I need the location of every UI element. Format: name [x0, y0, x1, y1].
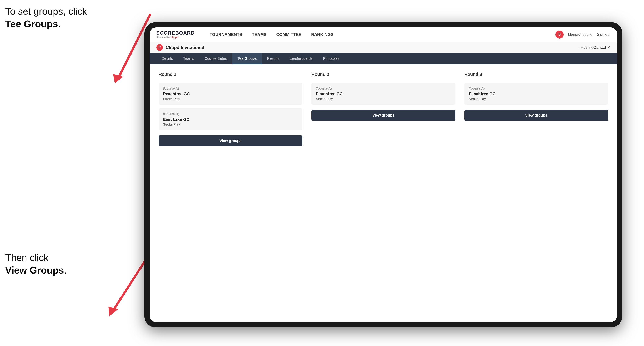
logo-scoreboard: SCOREBOARD: [156, 30, 195, 36]
cancel-button[interactable]: Cancel ✕: [593, 45, 610, 50]
round-2-course-a-label: (Course A): [316, 87, 451, 90]
tab-printables[interactable]: Printables: [318, 53, 345, 64]
svg-marker-3: [108, 307, 118, 316]
round-1-column: Round 1 (Course A) Peachtree GC Stroke P…: [158, 72, 302, 146]
instruction-top: To set groups, click Tee Groups.: [5, 5, 87, 30]
sub-tabs: Details Teams Course Setup Tee Groups Re…: [150, 53, 617, 64]
rounds-grid: Round 1 (Course A) Peachtree GC Stroke P…: [158, 72, 608, 146]
tab-course-setup[interactable]: Course Setup: [199, 53, 232, 64]
round-3-course-a-card: (Course A) Peachtree GC Stroke Play: [464, 83, 608, 105]
round-1-view-groups-button[interactable]: View groups: [158, 135, 302, 146]
round-1-course-a-label: (Course A): [163, 87, 298, 90]
tab-details[interactable]: Details: [156, 53, 178, 64]
round-3-view-groups-button[interactable]: View groups: [464, 110, 608, 121]
period-top: .: [58, 18, 60, 29]
view-groups-label: View Groups: [5, 265, 64, 276]
svg-marker-1: [113, 74, 123, 83]
round-3-course-a-label: (Course A): [469, 87, 604, 90]
tablet-screen: SCOREBOARD Powered by clippit TOURNAMENT…: [150, 27, 617, 322]
tab-results[interactable]: Results: [262, 53, 285, 64]
tee-groups-label: Tee Groups: [5, 18, 58, 29]
tournament-bar: C Clippd Invitational · Hosting Cancel ✕: [150, 42, 617, 53]
round-2-course-a-format: Stroke Play: [316, 97, 451, 101]
round-1-course-b-card: (Course B) East Lake GC Stroke Play: [158, 108, 302, 130]
round-3-course-a-format: Stroke Play: [469, 97, 604, 101]
instruction-top-line1: To set groups, click: [5, 6, 87, 17]
nav-tournaments[interactable]: TOURNAMENTS: [210, 32, 242, 37]
nav-right: B blair@clippd.io Sign out: [556, 30, 610, 39]
user-email: blair@clippd.io: [568, 32, 592, 37]
instruction-bottom: Then click View Groups.: [5, 251, 66, 276]
tournament-name: Clippd Invitational: [166, 45, 577, 50]
user-avatar: B: [556, 30, 564, 39]
round-1-course-a-format: Stroke Play: [163, 97, 298, 101]
tournament-hosting: · Hosting: [578, 45, 593, 50]
nav-links: TOURNAMENTS TEAMS COMMITTEE RANKINGS: [210, 32, 544, 37]
nav-committee[interactable]: COMMITTEE: [276, 32, 302, 37]
round-2-course-a-name: Peachtree GC: [316, 92, 451, 96]
tablet-device: SCOREBOARD Powered by clippit TOURNAMENT…: [144, 22, 622, 327]
sign-out-link[interactable]: Sign out: [597, 32, 610, 37]
round-1-course-a-card: (Course A) Peachtree GC Stroke Play: [158, 83, 302, 105]
period-bottom: .: [64, 265, 66, 276]
instruction-bottom-line1: Then click: [5, 252, 48, 263]
round-2-course-a-card: (Course A) Peachtree GC Stroke Play: [311, 83, 455, 105]
round-3-course-a-name: Peachtree GC: [469, 92, 604, 96]
svg-line-2: [113, 259, 146, 311]
round-2-title: Round 2: [311, 72, 455, 77]
round-2-view-groups-button[interactable]: View groups: [311, 110, 455, 121]
top-nav: SCOREBOARD Powered by clippit TOURNAMENT…: [150, 27, 617, 42]
round-1-course-b-name: East Lake GC: [163, 117, 298, 122]
nav-teams[interactable]: TEAMS: [252, 32, 267, 37]
round-3-title: Round 3: [464, 72, 608, 77]
round-1-course-b-label: (Course B): [163, 112, 298, 116]
round-2-column: Round 2 (Course A) Peachtree GC Stroke P…: [311, 72, 455, 146]
round-1-title: Round 1: [158, 72, 302, 77]
logo-powered: Powered by clippit: [156, 36, 195, 39]
tab-tee-groups[interactable]: Tee Groups: [232, 53, 262, 64]
round-1-course-b-format: Stroke Play: [163, 123, 298, 127]
round-3-column: Round 3 (Course A) Peachtree GC Stroke P…: [464, 72, 608, 146]
content-area: Round 1 (Course A) Peachtree GC Stroke P…: [150, 64, 617, 322]
tournament-logo-letter: C: [158, 45, 161, 49]
logo-area: SCOREBOARD Powered by clippit: [156, 30, 195, 39]
tournament-logo: C: [156, 44, 163, 51]
nav-rankings[interactable]: RANKINGS: [311, 32, 334, 37]
tab-teams[interactable]: Teams: [178, 53, 199, 64]
round-1-course-a-name: Peachtree GC: [163, 92, 298, 96]
tab-leaderboards[interactable]: Leaderboards: [284, 53, 318, 64]
